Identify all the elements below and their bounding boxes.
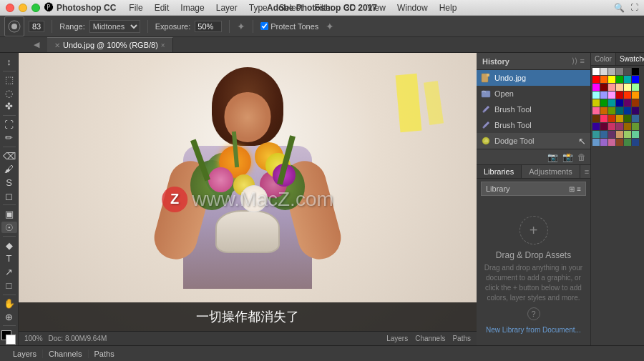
tab-adjustments[interactable]: Adjustments	[522, 165, 580, 178]
swatch[interactable]	[592, 84, 600, 91]
swatch[interactable]	[608, 115, 615, 122]
swatch[interactable]	[600, 68, 608, 75]
library-list-icon[interactable]: ≡	[577, 185, 581, 193]
history-menu-icon[interactable]: ≡	[580, 56, 585, 66]
library-add-circle[interactable]: +	[519, 216, 548, 244]
swatch[interactable]	[624, 115, 631, 122]
menu-file[interactable]: File	[123, 3, 148, 13]
swatch[interactable]	[592, 115, 600, 122]
maximize-button[interactable]	[31, 4, 40, 12]
menu-image[interactable]: Image	[175, 3, 210, 13]
swatch[interactable]	[608, 131, 615, 138]
swatch[interactable]	[624, 107, 631, 114]
tool-gradient[interactable]: ▣	[1, 208, 17, 220]
swatch[interactable]	[600, 76, 608, 83]
history-new-snapshot-icon[interactable]: 📷	[547, 152, 558, 162]
swatch[interactable]	[624, 84, 631, 91]
tool-brush[interactable]: 🖌	[1, 164, 17, 176]
swatch[interactable]	[616, 107, 623, 114]
menu-window[interactable]: Window	[391, 3, 434, 13]
history-item-1[interactable]: Undo.jpg	[477, 70, 590, 86]
swatch[interactable]	[608, 99, 615, 107]
swatch[interactable]	[632, 84, 639, 91]
swatch[interactable]	[616, 123, 623, 130]
swatch[interactable]	[624, 92, 631, 99]
library-dropdown[interactable]: Library ⊞ ≡	[481, 182, 586, 196]
tool-path-select[interactable]: ↗	[1, 266, 17, 278]
fg-bg-colors[interactable]	[1, 330, 17, 342]
protect-tones-checkbox[interactable]	[260, 22, 268, 30]
brush-size-value[interactable]: 83	[29, 21, 44, 32]
swatch[interactable]	[616, 115, 623, 122]
swatch[interactable]	[632, 99, 639, 107]
channels-label[interactable]: Channels	[415, 335, 445, 342]
swatch[interactable]	[608, 92, 615, 99]
layers-label[interactable]: Layers	[386, 335, 408, 342]
search-icon[interactable]: 🔍	[614, 3, 625, 13]
document-tab[interactable]: ✕ Undo.jpg @ 100% (RGB/8) ×	[47, 37, 173, 52]
swatch[interactable]	[608, 84, 615, 91]
swatch[interactable]	[600, 139, 608, 146]
library-new-link[interactable]: New Library from Document...	[486, 326, 581, 334]
tab-color[interactable]: Color	[591, 53, 616, 65]
swatch[interactable]	[600, 92, 608, 99]
history-item-2[interactable]: Open	[477, 86, 590, 102]
swatch[interactable]	[616, 139, 623, 146]
tool-dodge[interactable]: ☉	[1, 222, 17, 234]
swatch[interactable]	[592, 139, 600, 146]
tool-heal[interactable]: ⌫	[1, 150, 17, 162]
tab-libraries[interactable]: Libraries	[477, 165, 522, 178]
swatch[interactable]	[592, 92, 600, 99]
tool-hand[interactable]: ✋	[1, 297, 17, 310]
swatch[interactable]	[600, 123, 608, 130]
history-item-4[interactable]: Brush Tool	[477, 117, 590, 133]
swatch[interactable]	[600, 131, 608, 138]
close-button[interactable]	[6, 4, 14, 12]
tool-zoom[interactable]: ⊕	[1, 311, 17, 323]
swatch[interactable]	[608, 107, 615, 114]
tab-arrow-left[interactable]: ◀	[34, 40, 39, 49]
airbrush-icon2[interactable]: ✦	[326, 21, 334, 32]
swatch[interactable]	[632, 123, 639, 130]
swatch[interactable]	[632, 76, 639, 83]
fullscreen-icon[interactable]: ⛶	[630, 3, 638, 13]
bottom-paths-tab[interactable]: Paths	[89, 350, 120, 358]
menu-help[interactable]: Help	[434, 3, 463, 13]
tab-close[interactable]: ×	[161, 41, 165, 49]
swatch[interactable]	[632, 92, 639, 99]
swatch[interactable]	[592, 76, 600, 83]
tab-swatches[interactable]: Swatches	[616, 53, 644, 65]
bottom-layers-tab[interactable]: Layers	[7, 350, 43, 358]
swatch[interactable]	[608, 76, 615, 83]
tool-eyedropper[interactable]: ✏	[1, 132, 17, 144]
swatch[interactable]	[632, 115, 639, 122]
swatch[interactable]	[632, 68, 639, 75]
protect-tones-checkbox-group[interactable]: Protect Tones	[260, 22, 318, 31]
swatch[interactable]	[608, 68, 615, 75]
tool-eraser[interactable]: ◻	[1, 190, 17, 202]
brush-preview[interactable]	[4, 16, 24, 36]
swatch[interactable]	[624, 76, 631, 83]
menu-layer[interactable]: Layer	[210, 3, 243, 13]
library-grid-icon[interactable]: ⊞	[569, 185, 575, 193]
tool-crop[interactable]: ⛶	[1, 119, 17, 131]
history-item-5[interactable]: Dodge Tool ↖	[477, 133, 590, 149]
background-color[interactable]	[6, 335, 16, 345]
bottom-channels-tab[interactable]: Channels	[43, 350, 88, 358]
swatch[interactable]	[624, 99, 631, 107]
swatch[interactable]	[600, 99, 608, 107]
tool-type[interactable]: T	[1, 253, 17, 265]
swatch[interactable]	[592, 123, 600, 130]
exposure-input[interactable]	[195, 21, 222, 32]
swatch[interactable]	[616, 68, 623, 75]
tool-pen[interactable]: ◆	[1, 239, 17, 252]
swatch[interactable]	[624, 131, 631, 138]
swatch[interactable]	[632, 131, 639, 138]
swatch[interactable]	[624, 68, 631, 75]
paths-label[interactable]: Paths	[452, 335, 471, 342]
swatch[interactable]	[608, 139, 615, 146]
swatch[interactable]	[624, 139, 631, 146]
history-expand-icon[interactable]: ⟩⟩	[572, 56, 577, 66]
swatch[interactable]	[616, 99, 623, 107]
swatch[interactable]	[624, 123, 631, 130]
